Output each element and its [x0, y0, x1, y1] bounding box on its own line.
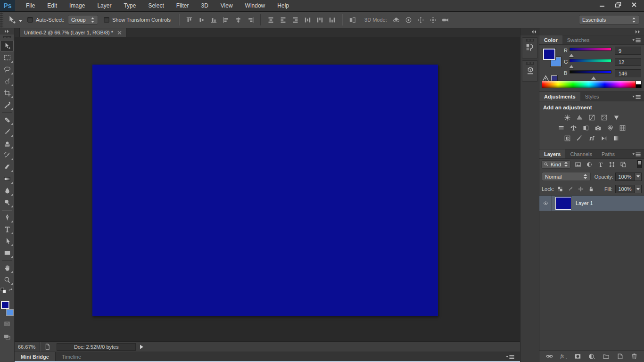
- restore-button[interactable]: [610, 0, 626, 9]
- align-vertical-centers-icon[interactable]: [196, 14, 207, 25]
- tab-styles[interactable]: Styles: [580, 92, 604, 101]
- levels-icon[interactable]: [574, 113, 585, 122]
- invert-icon[interactable]: [561, 134, 573, 142]
- document-tab[interactable]: Untitled-2 @ 66.7% (Layer 1, RGB/8) *: [19, 28, 126, 37]
- document-canvas[interactable]: [92, 65, 438, 316]
- lock-transparency-icon[interactable]: [556, 185, 564, 193]
- tab-close-icon[interactable]: [117, 31, 122, 35]
- filter-toggle-switch[interactable]: [637, 160, 642, 168]
- quick-selection-tool[interactable]: [0, 75, 14, 87]
- rectangle-tool[interactable]: [0, 247, 14, 259]
- brightness-contrast-icon[interactable]: [561, 113, 573, 122]
- toolbar-collapse-button[interactable]: [0, 28, 14, 34]
- history-panel-button[interactable]: [522, 37, 538, 58]
- show-transform-checkbox[interactable]: [104, 17, 109, 23]
- threshold-icon[interactable]: [586, 134, 597, 142]
- close-button[interactable]: [626, 0, 642, 9]
- 3d-camera-icon[interactable]: [440, 14, 451, 25]
- slider-thumb[interactable]: [569, 51, 574, 57]
- dock-expand-button[interactable]: [520, 28, 539, 35]
- distribute-horizontal-centers-icon[interactable]: [314, 14, 325, 25]
- zoom-tool[interactable]: [0, 274, 14, 286]
- posterize-icon[interactable]: [574, 134, 585, 142]
- eraser-tool[interactable]: [0, 161, 14, 173]
- distribute-bottom-edges-icon[interactable]: [289, 14, 301, 25]
- align-right-edges-icon[interactable]: [245, 14, 256, 25]
- channel-slider-g[interactable]: [570, 58, 611, 68]
- menu-filter[interactable]: Filter: [170, 0, 195, 11]
- auto-align-layers-icon[interactable]: [347, 14, 358, 25]
- filter-kind-select[interactable]: Kind: [541, 160, 570, 169]
- dodge-tool[interactable]: [0, 197, 14, 208]
- eyedropper-tool[interactable]: [0, 99, 14, 111]
- 3d-roll-icon[interactable]: [403, 14, 414, 25]
- menu-edit[interactable]: Edit: [41, 0, 63, 11]
- minimize-button[interactable]: [594, 0, 610, 9]
- exposure-icon[interactable]: [598, 113, 610, 122]
- channel-value-g[interactable]: 12: [615, 58, 641, 66]
- menu-image[interactable]: Image: [63, 0, 91, 11]
- rectangular-marquee-tool[interactable]: [0, 52, 14, 64]
- menu-view[interactable]: View: [215, 0, 239, 11]
- blend-mode-select[interactable]: Normal: [542, 172, 591, 181]
- pen-tool[interactable]: [0, 212, 14, 223]
- options-bar-grip[interactable]: [0, 12, 3, 28]
- foreground-color-swatch[interactable]: [1, 301, 9, 309]
- clone-stamp-tool[interactable]: [0, 138, 14, 149]
- distribute-right-edges-icon[interactable]: [326, 14, 338, 25]
- opacity-dropdown-arrow[interactable]: [635, 173, 642, 181]
- hue-saturation-icon[interactable]: [555, 123, 567, 132]
- link-layers-icon[interactable]: [544, 352, 554, 361]
- tab-channels[interactable]: Channels: [565, 149, 596, 158]
- distribute-vertical-centers-icon[interactable]: [277, 14, 289, 25]
- swap-colors-icon[interactable]: [8, 288, 14, 294]
- layer-row[interactable]: Layer 1: [539, 196, 644, 211]
- white-swatch[interactable]: [636, 81, 641, 84]
- status-options-arrow-icon[interactable]: [139, 344, 144, 350]
- slider-thumb[interactable]: [569, 63, 574, 68]
- tool-preset-picker[interactable]: [7, 15, 23, 25]
- color-spectrum-ramp[interactable]: [542, 81, 636, 88]
- 3d-rotate-icon[interactable]: [391, 14, 402, 25]
- menu-window[interactable]: Window: [239, 0, 272, 11]
- channel-slider-r[interactable]: [570, 47, 611, 57]
- blur-tool[interactable]: [0, 185, 14, 197]
- panels-collapse-button[interactable]: [539, 28, 644, 35]
- selective-color-icon[interactable]: [611, 134, 622, 142]
- black-white-icon[interactable]: [580, 123, 591, 132]
- menu-help[interactable]: Help: [271, 0, 295, 11]
- smart-object-filter-icon[interactable]: [618, 160, 628, 169]
- channel-mixer-icon[interactable]: [604, 123, 616, 132]
- align-horizontal-centers-icon[interactable]: [232, 14, 244, 25]
- menu-select[interactable]: Select: [142, 0, 170, 11]
- vibrance-icon[interactable]: [611, 113, 622, 122]
- shape-layer-filter-icon[interactable]: [607, 160, 617, 169]
- brush-tool[interactable]: [0, 126, 14, 138]
- menu-file[interactable]: File: [20, 0, 41, 11]
- hand-tool[interactable]: [0, 262, 14, 274]
- opacity-field[interactable]: 100%: [615, 173, 635, 181]
- curves-icon[interactable]: [586, 113, 597, 122]
- path-selection-tool[interactable]: [0, 235, 14, 247]
- tab-swatches[interactable]: Swatches: [562, 35, 594, 44]
- document-info-field[interactable]: Doc: 2.52M/0 bytes: [57, 343, 136, 351]
- channel-value-b[interactable]: 146: [615, 69, 641, 77]
- layer-name[interactable]: Layer 1: [576, 200, 593, 206]
- 3d-slide-icon[interactable]: [428, 14, 439, 25]
- workspace-select[interactable]: Essentials: [579, 15, 639, 25]
- tab-timeline[interactable]: Timeline: [56, 352, 87, 361]
- align-left-edges-icon[interactable]: [220, 14, 231, 25]
- zoom-level-field[interactable]: 66.67%: [15, 342, 40, 352]
- type-layer-filter-icon[interactable]: [595, 160, 605, 169]
- canvas-workspace[interactable]: [15, 37, 520, 341]
- align-top-edges-icon[interactable]: [183, 14, 195, 25]
- lock-image-icon[interactable]: [566, 185, 574, 193]
- tab-adjustments[interactable]: Adjustments: [539, 92, 580, 101]
- fill-dropdown-arrow[interactable]: [635, 185, 642, 193]
- tab-layers[interactable]: Layers: [539, 149, 565, 158]
- tab-paths[interactable]: Paths: [597, 149, 619, 158]
- default-colors-icon[interactable]: [0, 288, 7, 294]
- screen-mode-button[interactable]: [1, 332, 13, 342]
- panel-menu-icon[interactable]: [631, 38, 642, 43]
- background-color-swatch[interactable]: [6, 309, 14, 316]
